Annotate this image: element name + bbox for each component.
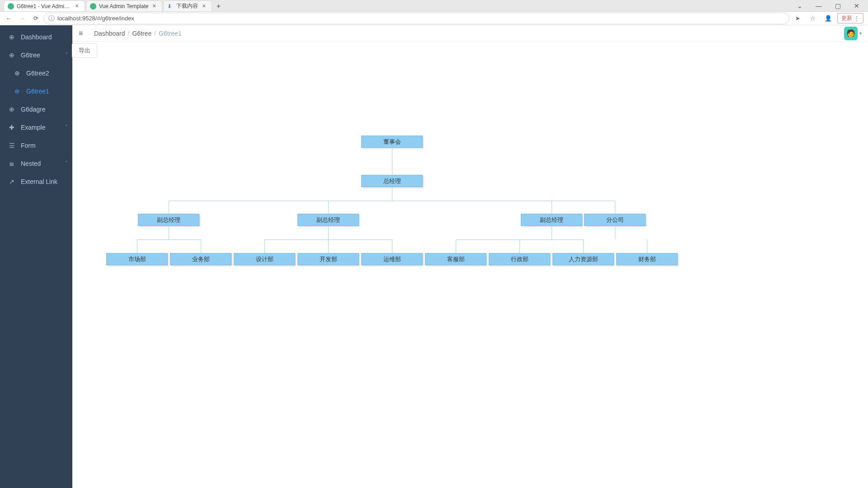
- browser-tab[interactable]: Vue Admin Template×: [86, 0, 162, 11]
- close-icon[interactable]: ✕: [849, 2, 864, 9]
- favicon-icon: [90, 3, 96, 9]
- tree-node[interactable]: 财务部: [616, 253, 678, 265]
- connector: [392, 239, 392, 253]
- connector: [615, 201, 615, 214]
- connector: [264, 239, 265, 253]
- tree-node[interactable]: 设计部: [234, 253, 295, 265]
- app-topbar: ≡ Dashboard / G6tree / G6tree1 🧑 ▾: [72, 25, 868, 42]
- send-icon[interactable]: ➤: [791, 13, 804, 24]
- menu-icon: ≣: [8, 160, 15, 167]
- newtab-button[interactable]: +: [213, 1, 224, 11]
- page-toolbar: 导出: [72, 42, 868, 58]
- menu-icon: ⊕: [14, 70, 21, 77]
- connector: [169, 226, 169, 239]
- sidebar-item-example[interactable]: ✚Example˅: [0, 118, 72, 136]
- kebab-icon: ⋮: [854, 15, 859, 22]
- sidebar-item-dashboard[interactable]: ⊕Dashboard: [0, 28, 72, 46]
- tree-node[interactable]: 运维部: [361, 253, 423, 265]
- connector: [328, 239, 329, 253]
- tree-node[interactable]: 董事会: [361, 136, 423, 148]
- bookmark-icon[interactable]: ☆: [807, 13, 819, 24]
- sidebar-item-label: G6tree1: [26, 88, 49, 95]
- browser-tab[interactable]: G6tree1 - Vue Admin Templat×: [4, 0, 85, 11]
- menu-icon: ↗: [8, 178, 15, 185]
- chevron-icon: ˅: [65, 160, 68, 167]
- sidebar-item-label: G6dagre: [21, 106, 45, 113]
- hamburger-icon[interactable]: ≡: [79, 29, 90, 38]
- avatar: 🧑: [844, 27, 858, 40]
- window-controls: ⌄ — ▢ ✕: [788, 0, 868, 11]
- sidebar-item-label: G6tree: [21, 52, 40, 59]
- tree-node[interactable]: 行政部: [489, 253, 550, 265]
- tab-title: Vue Admin Template: [99, 3, 148, 9]
- sidebar-item-label: Nested: [21, 160, 41, 167]
- tree-node[interactable]: 人力资源部: [552, 253, 614, 265]
- profile-icon[interactable]: 👤: [822, 13, 835, 24]
- sidebar-item-g6tree1[interactable]: ⊕G6tree1: [0, 82, 72, 100]
- tree-node[interactable]: 副总经理: [138, 214, 199, 226]
- breadcrumb-item[interactable]: Dashboard: [94, 30, 125, 37]
- menu-icon: ✚: [8, 124, 15, 131]
- tree-node[interactable]: 市场部: [106, 253, 168, 265]
- tree-node[interactable]: 业务部: [170, 253, 231, 265]
- connector: [392, 148, 392, 175]
- browser-update-button[interactable]: 更新 ⋮: [837, 13, 863, 23]
- minimize-icon[interactable]: —: [811, 2, 826, 9]
- export-button[interactable]: 导出: [72, 43, 97, 58]
- menu-icon: ⊕: [8, 52, 15, 59]
- tree-node[interactable]: 副总经理: [521, 214, 582, 226]
- connector: [137, 239, 201, 240]
- tab-close-icon[interactable]: ×: [74, 3, 80, 9]
- menu-icon: ⊕: [8, 106, 15, 113]
- address-bar[interactable]: ⓘ localhost:9528/#/g6tree/index: [43, 13, 789, 24]
- menu-icon: ⊕: [14, 88, 21, 95]
- menu-icon: ⊕: [8, 33, 15, 41]
- connector: [392, 187, 392, 201]
- sidebar-item-form[interactable]: ☰Form: [0, 136, 72, 155]
- download-icon: ⬇: [167, 3, 174, 9]
- tree-node[interactable]: 副总经理: [297, 214, 359, 226]
- maximize-icon[interactable]: ▢: [830, 2, 845, 9]
- connector: [169, 201, 169, 214]
- tree-node[interactable]: 开发部: [297, 253, 359, 265]
- tab-close-icon[interactable]: ×: [201, 3, 207, 9]
- tab-close-icon[interactable]: ×: [151, 3, 157, 9]
- browser-tabstrip: G6tree1 - Vue Admin Templat×Vue Admin Te…: [0, 0, 868, 12]
- sidebar-item-label: Example: [21, 124, 45, 131]
- sidebar-item-label: Form: [21, 142, 36, 149]
- connector: [201, 239, 201, 253]
- connector: [552, 201, 552, 214]
- breadcrumb-item[interactable]: G6tree: [132, 30, 151, 37]
- sidebar-item-external-link[interactable]: ↗External Link: [0, 173, 72, 191]
- sidebar-item-nested[interactable]: ≣Nested˅: [0, 155, 72, 173]
- caret-down-icon: ▾: [859, 31, 862, 36]
- connector: [456, 239, 456, 253]
- connector: [615, 226, 615, 239]
- site-info-icon[interactable]: ⓘ: [48, 14, 55, 23]
- chevron-down-icon[interactable]: ⌄: [792, 2, 807, 9]
- tree-node[interactable]: 客服部: [425, 253, 486, 265]
- tree-node[interactable]: 分公司: [584, 214, 646, 226]
- browser-tab[interactable]: ⬇下载内容×: [163, 0, 212, 11]
- chart-canvas[interactable]: 董事会总经理副总经理副总经理副总经理分公司市场部业务部设计部开发部运维部客服部行…: [72, 58, 868, 488]
- connector: [328, 226, 329, 239]
- chevron-icon: ˅: [65, 124, 68, 131]
- connector: [328, 201, 329, 214]
- sidebar-item-g6tree[interactable]: ⊕G6tree˄: [0, 46, 72, 64]
- url-text: localhost:9528/#/g6tree/index: [57, 15, 134, 22]
- reload-button[interactable]: ⟳: [30, 13, 42, 24]
- menu-icon: ☰: [8, 142, 15, 149]
- tab-title: 下载内容: [176, 2, 198, 10]
- sidebar: ⊕Dashboard⊕G6tree˄⊕G6tree2⊕G6tree1⊕G6dag…: [0, 25, 72, 488]
- user-menu[interactable]: 🧑 ▾: [844, 27, 862, 40]
- sidebar-item-g6dagre[interactable]: ⊕G6dagre: [0, 100, 72, 118]
- forward-button: →: [16, 13, 28, 24]
- tree-node[interactable]: 总经理: [361, 175, 423, 187]
- favicon-icon: [8, 3, 14, 9]
- sidebar-item-g6tree2[interactable]: ⊕G6tree2: [0, 64, 72, 82]
- back-button[interactable]: ←: [3, 13, 14, 24]
- tab-title: G6tree1 - Vue Admin Templat: [17, 3, 71, 9]
- breadcrumb: Dashboard / G6tree / G6tree1: [94, 30, 182, 37]
- connector: [137, 239, 137, 253]
- connector: [519, 239, 520, 253]
